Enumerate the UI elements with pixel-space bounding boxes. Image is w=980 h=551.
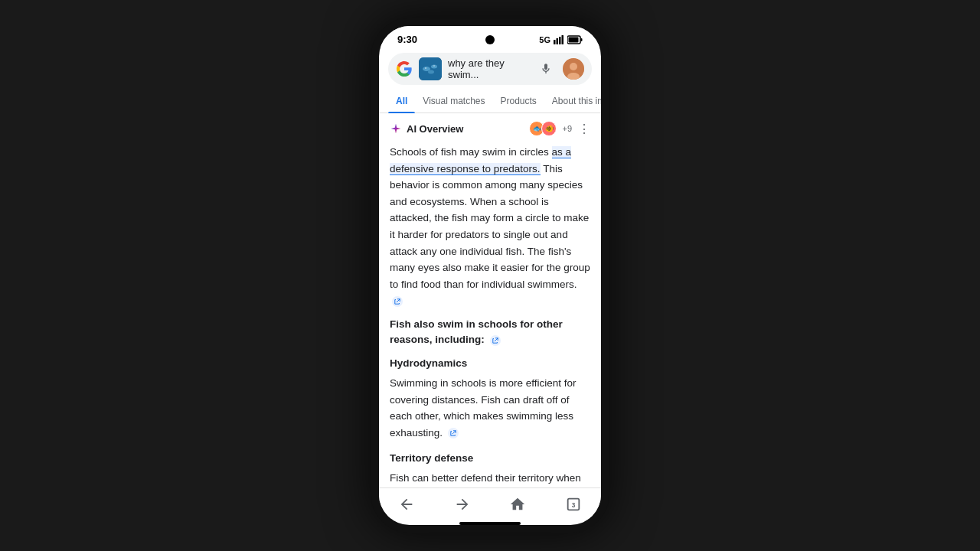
text-territory-defense: Fish can better defend their territory w…: [390, 470, 590, 487]
source-bubble-2: 🐠: [541, 121, 557, 136]
svg-rect-2: [559, 37, 561, 44]
tab-about[interactable]: About this image: [544, 90, 601, 112]
svg-rect-1: [557, 38, 559, 44]
svg-text:3: 3: [571, 502, 575, 509]
tab-visual-matches[interactable]: Visual matches: [415, 90, 492, 112]
source-link-2[interactable]: [490, 335, 501, 346]
main-content: AI Overview 🐟 🐠 +9 ⋮ Schools of fish may…: [379, 113, 601, 487]
svg-rect-6: [581, 38, 583, 41]
phone-frame: 9:30 5G: [371, 18, 609, 533]
signal-icon: [554, 35, 564, 44]
search-input[interactable]: why are they swim...: [448, 57, 529, 80]
camera-notch: [485, 35, 495, 44]
highlight-defensive: as a defensive response to predators.: [390, 146, 571, 175]
network-indicator: 5G: [539, 35, 550, 44]
search-thumbnail: [419, 57, 442, 80]
source-link-1[interactable]: [392, 296, 403, 307]
source-count: +9: [562, 124, 572, 133]
source-link-3[interactable]: [448, 428, 459, 439]
ai-content: Schools of fish may swim in circles as a…: [379, 141, 601, 487]
nav-bar: 3: [379, 487, 601, 519]
svg-point-9: [431, 65, 437, 69]
text-hydrodynamics: Swimming in schools is more efficient fo…: [390, 375, 590, 441]
source-icons: 🐟 🐠: [529, 121, 557, 136]
ai-paragraph-1: Schools of fish may swim in circles as a…: [390, 144, 590, 309]
nav-back[interactable]: [398, 496, 415, 513]
svg-rect-5: [569, 37, 579, 42]
status-bar: 9:30 5G: [379, 26, 601, 48]
phone-screen: 9:30 5G: [379, 26, 601, 525]
nav-home[interactable]: [509, 496, 526, 513]
user-avatar[interactable]: [563, 58, 584, 80]
google-logo: [396, 60, 413, 77]
heading-territory-defense: Territory defense: [390, 450, 590, 467]
svg-point-12: [433, 65, 434, 66]
fish-also-heading: Fish also swim in schools for other reas…: [390, 317, 590, 348]
ai-overview-left: AI Overview: [390, 122, 463, 135]
svg-rect-3: [562, 35, 564, 44]
ai-overview-label: AI Overview: [407, 123, 463, 135]
svg-rect-0: [554, 40, 556, 44]
mic-icon[interactable]: [535, 58, 557, 80]
status-time: 9:30: [397, 34, 417, 45]
ai-overview-header: AI Overview 🐟 🐠 +9 ⋮: [379, 113, 601, 141]
ai-overview-right: 🐟 🐠 +9 ⋮: [529, 121, 590, 136]
tabs-bar: All Visual matches Products About this i…: [379, 90, 601, 113]
status-icons: 5G: [539, 35, 583, 44]
heading-hydrodynamics: Hydrodynamics: [390, 355, 590, 372]
svg-point-10: [428, 70, 434, 74]
more-options-icon[interactable]: ⋮: [578, 122, 590, 136]
tab-all[interactable]: All: [388, 90, 415, 112]
ai-spark-icon: [390, 122, 402, 135]
search-bar[interactable]: why are they swim...: [388, 53, 592, 85]
battery-icon: [567, 35, 583, 44]
section-hydrodynamics: Hydrodynamics Swimming in schools is mor…: [390, 355, 590, 441]
nav-tabs[interactable]: 3: [565, 496, 582, 513]
svg-point-14: [570, 63, 577, 70]
nav-forward[interactable]: [454, 496, 471, 513]
section-territory-defense: Territory defense Fish can better defend…: [390, 450, 590, 487]
tab-products[interactable]: Products: [493, 90, 544, 112]
svg-point-11: [425, 67, 426, 69]
home-indicator: [459, 522, 521, 525]
